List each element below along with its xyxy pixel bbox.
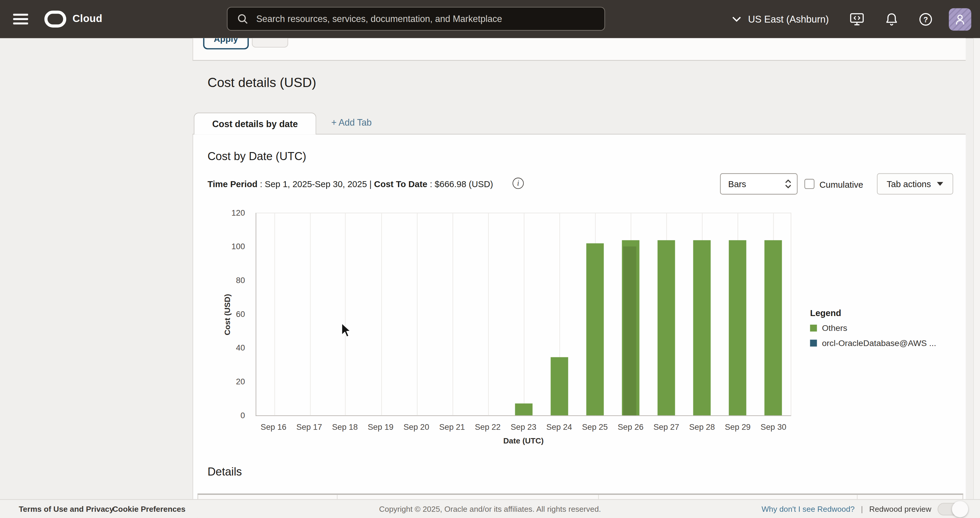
gridline: [488, 213, 488, 415]
details-section-title: Details: [207, 465, 242, 478]
chart-bar-sep-27[interactable]: [657, 240, 675, 416]
y-tick-label: 60: [201, 309, 245, 319]
tab-cost-details-by-date[interactable]: Cost details by date: [194, 113, 317, 135]
y-tick-label: 120: [201, 208, 245, 217]
chart-type-value: Bars: [728, 179, 746, 189]
add-tab-button[interactable]: + Add Tab: [331, 118, 372, 128]
gridline: [523, 213, 524, 415]
x-tick-label: Sep 29: [725, 422, 751, 432]
chart-bar-sep-26[interactable]: [622, 240, 639, 416]
legend-title: Legend: [810, 308, 936, 318]
x-tick-label: Sep 30: [760, 422, 786, 432]
x-tick-label: Sep 18: [332, 422, 358, 432]
y-tick-label: 100: [201, 242, 245, 251]
gridline: [452, 213, 453, 415]
gridline: [310, 213, 310, 415]
chart-legend: Legend Othersorcl-OracleDatabase@AWS ...: [810, 308, 936, 348]
chart-bar-sep-29[interactable]: [729, 240, 746, 416]
redwood-preview-label: Redwood preview: [869, 505, 931, 513]
x-tick-label: Sep 24: [546, 422, 572, 432]
x-tick-label: Sep 28: [689, 422, 715, 432]
svg-text:?: ?: [923, 15, 928, 23]
hamburger-menu-icon[interactable]: [13, 14, 28, 24]
legend-label: orcl-OracleDatabase@AWS ...: [822, 338, 936, 348]
page-title: Cost details (USD): [207, 75, 316, 90]
legend-item[interactable]: Others: [810, 324, 936, 333]
legend-item[interactable]: orcl-OracleDatabase@AWS ...: [810, 338, 936, 348]
x-tick-label: Sep 17: [296, 422, 322, 432]
y-tick-label: 40: [201, 343, 245, 352]
gridline: [345, 213, 346, 415]
x-axis-title: Date (UTC): [256, 437, 791, 445]
navbar-right-cluster: US East (Ashburn) ?: [732, 0, 971, 38]
legend-label: Others: [822, 324, 847, 333]
time-period-label: Time Period: [207, 179, 257, 189]
secondary-button[interactable]: [252, 38, 288, 48]
y-tick-label: 80: [201, 276, 245, 285]
time-period-value: Sep 1, 2025-Sep 30, 2025: [265, 179, 367, 189]
notifications-bell-icon[interactable]: [885, 12, 898, 26]
x-tick-label: Sep 23: [511, 422, 536, 432]
oracle-cloud-console: Cloud Search resources, services, docume…: [0, 0, 980, 518]
tab-actions-button[interactable]: Tab actions: [877, 173, 953, 194]
x-tick-label: Sep 25: [582, 422, 608, 432]
x-axis-labels: Sep 16Sep 17Sep 18Sep 19Sep 20Sep 21Sep …: [256, 422, 791, 434]
info-icon[interactable]: i: [512, 178, 524, 189]
cumulative-label: Cumulative: [819, 179, 863, 190]
time-period-summary: Time Period : Sep 1, 2025-Sep 30, 2025 |…: [207, 179, 493, 189]
chart-bar-sep-30[interactable]: [764, 240, 782, 416]
chart-bar-sep-25[interactable]: [586, 244, 603, 415]
chart-type-select[interactable]: Bars: [720, 173, 797, 194]
apply-button[interactable]: Apply: [203, 38, 249, 49]
chart-bar-sep-28[interactable]: [693, 240, 711, 416]
search-icon: [237, 13, 248, 24]
user-menu-avatar[interactable]: [949, 8, 971, 30]
chevron-down-icon: [732, 16, 741, 22]
x-tick-label: Sep 27: [654, 422, 679, 432]
legend-swatch-icon: [810, 340, 817, 347]
top-navbar: Cloud Search resources, services, docume…: [0, 0, 980, 38]
cost-to-date-label: Cost To Date: [374, 179, 427, 189]
footer: Terms of Use and Privacy Cookie Preferen…: [0, 499, 980, 518]
oracle-logo-icon[interactable]: [45, 11, 67, 28]
stepper-icon: [785, 179, 791, 188]
y-tick-label: 20: [201, 377, 245, 386]
y-axis-labels: 020406080100120: [206, 213, 250, 415]
x-tick-label: Sep 16: [261, 422, 286, 432]
filters-bar: Apply: [192, 38, 966, 61]
y-tick-label: 0: [201, 411, 245, 420]
region-label: US East (Ashburn): [748, 13, 829, 25]
bar-hover-shade: [623, 247, 636, 415]
cost-to-date-value: $666.98 (USD): [435, 179, 493, 189]
chart-bar-sep-24[interactable]: [550, 357, 568, 416]
cumulative-checkbox[interactable]: [804, 179, 815, 189]
search-placeholder: Search resources, services, documentatio…: [256, 14, 502, 24]
bar-chart-plot-area: [256, 213, 791, 416]
x-tick-label: Sep 21: [439, 422, 465, 432]
chart-bar-sep-23[interactable]: [515, 404, 532, 416]
redwood-question-link[interactable]: Why don't I see Redwood?: [762, 505, 855, 513]
redwood-preview-toggle[interactable]: [937, 503, 967, 515]
gridline: [381, 213, 382, 415]
gridline: [417, 213, 417, 415]
caret-down-icon: [937, 182, 943, 186]
brand-name: Cloud: [72, 13, 102, 24]
person-icon: [954, 13, 966, 25]
x-tick-label: Sep 26: [617, 422, 643, 432]
chart-section-title: Cost by Date (UTC): [207, 150, 306, 163]
x-tick-label: Sep 19: [368, 422, 393, 432]
x-tick-label: Sep 20: [403, 422, 429, 432]
x-tick-label: Sep 22: [475, 422, 501, 432]
page-scrollbar[interactable]: [973, 38, 980, 499]
mouse-cursor: [340, 322, 352, 341]
legend-swatch-icon: [810, 325, 817, 332]
global-search-input[interactable]: Search resources, services, documentatio…: [227, 7, 605, 30]
gridline: [274, 213, 275, 415]
help-icon[interactable]: ?: [919, 12, 932, 26]
region-selector[interactable]: US East (Ashburn): [732, 13, 829, 25]
cloud-shell-icon[interactable]: [850, 12, 865, 26]
